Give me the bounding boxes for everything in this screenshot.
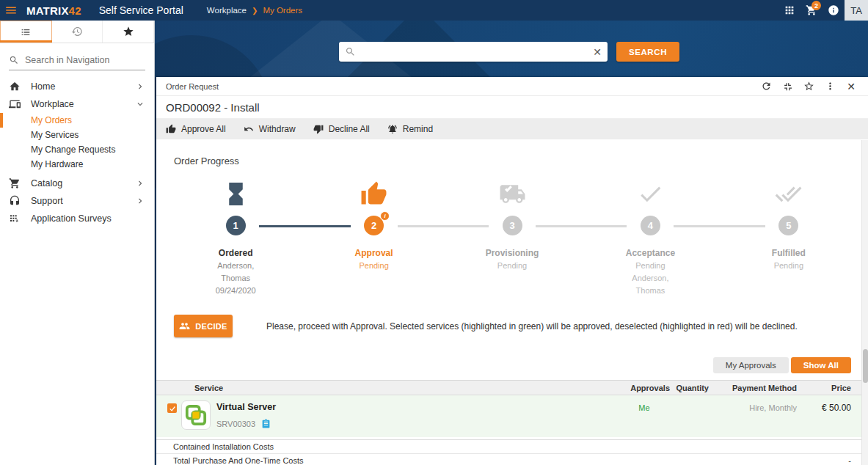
sidebar-item-application-surveys[interactable]: Application Surveys [0, 210, 154, 227]
people-icon [179, 321, 190, 332]
list-icon [20, 26, 32, 38]
sidebar-item-my-hardware[interactable]: My Hardware [0, 157, 154, 172]
sidebar-nav: Home Workplace My Orders My Services My … [0, 78, 154, 227]
tab-history[interactable] [52, 21, 103, 43]
favorite-star-icon[interactable] [801, 79, 816, 94]
catalog-cart-icon [9, 177, 21, 189]
summary-row-one-time: Total Purchase And One-Time Costs - [156, 453, 868, 465]
order-progress-title: Order Progress [174, 155, 868, 166]
vertical-scrollbar[interactable] [861, 140, 868, 465]
surveys-grid-icon [9, 213, 21, 224]
sidebar-item-support[interactable]: Support [0, 192, 154, 210]
info-icon[interactable] [823, 0, 845, 21]
history-icon [71, 26, 83, 37]
sidebar-search-input[interactable]: Search in Navigation [9, 55, 145, 70]
progress-step-fulfilled: 5 Fulfilled Pending [720, 178, 858, 296]
refresh-icon[interactable] [759, 79, 773, 94]
clipboard-icon[interactable] [261, 419, 271, 428]
global-search-input[interactable] [360, 47, 588, 57]
remind-button[interactable]: Remind [387, 124, 433, 134]
sidebar-tabs [0, 21, 154, 43]
kebab-menu-icon[interactable] [823, 79, 837, 94]
tab-favorites[interactable] [103, 21, 154, 43]
order-title: ORD00092 - Install [156, 96, 868, 119]
double-check-icon [775, 178, 802, 208]
col-quantity: Quantity [670, 384, 709, 392]
sidebar-item-my-orders[interactable]: My Orders [0, 113, 154, 128]
headset-icon [9, 195, 21, 207]
star-icon [123, 26, 134, 37]
service-icon [181, 400, 211, 430]
summary-row-installation: Contained Installation Costs [156, 439, 868, 453]
order-content: Order Progress 1 Ordered Anderson, Thoma… [156, 140, 868, 465]
search-icon [9, 55, 19, 65]
cart-icon[interactable]: 2 [800, 0, 823, 21]
progress-step-acceptance: 4 Acceptance Pending Anderson, Thomas [581, 178, 719, 296]
home-icon [9, 81, 21, 92]
close-panel-icon[interactable]: ✕ [844, 79, 858, 94]
chevron-right-icon [135, 196, 145, 206]
clear-search-icon[interactable]: ✕ [593, 47, 602, 57]
col-approvals: Approvals [619, 384, 670, 392]
tab-navigation-list[interactable] [0, 21, 52, 43]
apps-grid-icon[interactable] [778, 0, 800, 21]
col-price: Price [797, 384, 851, 392]
chevron-right-icon [135, 81, 145, 92]
decline-all-button[interactable]: Decline All [313, 124, 370, 134]
search-icon [345, 46, 356, 57]
breadcrumb-my-orders[interactable]: My Orders [263, 6, 302, 15]
thumb-up-icon [360, 178, 387, 208]
price-value: € 50.00 [797, 403, 851, 430]
breadcrumb-chevron-icon: ❯ [252, 7, 258, 15]
col-service: Service [156, 384, 619, 392]
hamburger-menu-icon[interactable] [0, 0, 22, 21]
delivery-truck-icon [499, 178, 526, 208]
approvals-filter: My Approvals Show All [173, 357, 851, 373]
sidebar-item-home[interactable]: Home [0, 78, 154, 95]
sidebar-search-placeholder: Search in Navigation [25, 55, 109, 65]
app-root: MATRIX42 Self Service Portal Workplace ❯… [0, 0, 868, 465]
search-button[interactable]: SEARCH [616, 42, 679, 62]
my-approvals-button[interactable]: My Approvals [713, 357, 789, 373]
collapse-panel-icon[interactable] [780, 79, 795, 94]
info-badge: i [380, 211, 390, 221]
col-payment-method: Payment Method [709, 384, 797, 392]
sidebar-item-my-change-requests[interactable]: My Change Requests [0, 142, 154, 157]
approval-instructions: Please, proceed with Approval. Selected … [266, 321, 798, 332]
main-area: ✕ SEARCH Order Request ✕ ORD00092 - Inst… [155, 21, 868, 465]
approvals-value: Me [619, 403, 670, 430]
service-checkbox[interactable] [167, 403, 177, 413]
chevron-down-icon [135, 99, 145, 109]
top-header: MATRIX42 Self Service Portal Workplace ❯… [0, 0, 868, 21]
user-avatar[interactable]: TA [845, 0, 868, 21]
quantity-value [670, 400, 709, 430]
check-icon [637, 178, 664, 208]
withdraw-button[interactable]: Withdraw [244, 124, 296, 134]
decide-row: DECIDE Please, proceed with Approval. Se… [174, 315, 850, 337]
scrollbar-thumb[interactable] [863, 349, 868, 383]
table-header-row: Service Approvals Quantity Payment Metho… [156, 380, 868, 395]
cart-badge: 2 [812, 1, 821, 10]
thumb-down-icon [313, 124, 324, 134]
breadcrumb-workplace[interactable]: Workplace [207, 6, 247, 15]
order-request-panel: Order Request ✕ ORD00092 - Install Appro… [156, 77, 868, 465]
sidebar-item-workplace[interactable]: Workplace [0, 95, 154, 113]
matrix42-logo[interactable]: MATRIX42 [26, 4, 81, 17]
sidebar-item-my-services[interactable]: My Services [0, 128, 154, 142]
show-all-button[interactable]: Show All [791, 357, 851, 373]
services-table: Service Approvals Quantity Payment Metho… [156, 380, 868, 437]
table-row[interactable]: Virtual Server SRV00303 Me Hire, Monthly… [156, 395, 868, 437]
breadcrumb: Workplace ❯ My Orders [207, 6, 302, 15]
service-id: SRV00303 [216, 420, 255, 428]
progress-step-approval: 2i Approval Pending [304, 178, 442, 296]
hourglass-icon [222, 178, 249, 208]
thumb-up-icon [166, 124, 176, 134]
progress-step-ordered: 1 Ordered Anderson, Thomas 09/24/2020 [167, 178, 304, 296]
approve-all-button[interactable]: Approve All [166, 124, 226, 134]
sidebar-item-catalog[interactable]: Catalog [0, 175, 154, 192]
undo-icon [244, 124, 254, 134]
service-name[interactable]: Virtual Server [216, 402, 276, 412]
decide-button[interactable]: DECIDE [174, 315, 233, 337]
app-title: Self Service Portal [99, 4, 183, 16]
bell-icon [387, 124, 398, 134]
